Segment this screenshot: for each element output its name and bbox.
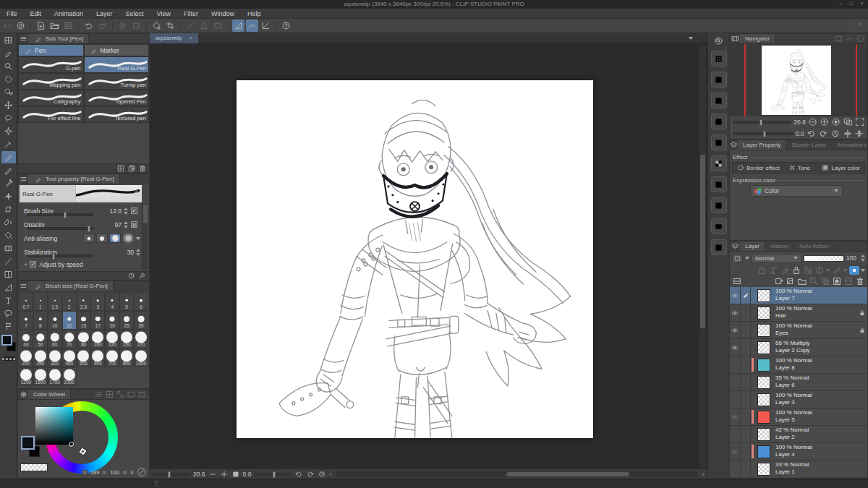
stabilization-slider[interactable] [27, 254, 93, 257]
brush-size-cell[interactable]: 500 [77, 348, 91, 367]
menu-item[interactable]: Edit [24, 10, 48, 17]
tab-list-caret[interactable] [689, 37, 693, 40]
redo-icon[interactable] [96, 20, 109, 32]
layer-visibility-eye-icon[interactable] [731, 344, 739, 351]
enable-mask-icon[interactable] [814, 266, 825, 275]
layer-row[interactable]: 35 % Normal Layer 6 [730, 374, 867, 391]
brush-size-cell[interactable]: 60 [48, 330, 62, 348]
eraser-tool-icon[interactable] [1, 203, 16, 215]
collapse-left-icon[interactable]: ‹ [329, 471, 331, 478]
brush-size-cell[interactable]: 5 [119, 292, 134, 311]
canvas-horizontal-scrollbar[interactable] [336, 471, 698, 477]
brush-size-cell[interactable]: 120 [105, 330, 119, 348]
sv-cursor[interactable] [69, 442, 74, 447]
transparent-color-swatch[interactable] [20, 463, 48, 471]
brush-size-cell[interactable]: 17 [90, 311, 105, 330]
delete-layer-icon[interactable] [855, 277, 865, 286]
brush-size-cell[interactable]: 800 [119, 348, 134, 367]
wrench-icon[interactable] [138, 273, 146, 280]
change-panel-icon[interactable] [732, 277, 742, 286]
panel-menu-icon[interactable] [18, 35, 28, 43]
stabilization-stepper[interactable] [136, 249, 140, 256]
panel-menu-icon[interactable] [18, 175, 28, 184]
history-tab[interactable]: History [765, 241, 794, 251]
rotate-ccw-icon[interactable] [294, 470, 303, 479]
grid-tool-icon[interactable] [1, 34, 16, 46]
intermediate-color-tab-icon[interactable] [116, 390, 125, 398]
layer-color-button[interactable]: Layer color [817, 164, 864, 171]
nav-zoom-out-icon[interactable] [808, 118, 817, 127]
workspace-collapse-glyphs[interactable]: « ‹ [4, 22, 12, 30]
menu-item[interactable]: Help [241, 10, 268, 17]
color-history-tab-icon[interactable] [137, 390, 147, 398]
layer-visibility-eye-icon[interactable] [731, 309, 739, 317]
layer-color-indicator-icon[interactable] [849, 266, 859, 275]
color-swatch-pair[interactable] [1, 335, 16, 354]
material-checker-icon[interactable] [711, 155, 727, 171]
layer-opacity-slider[interactable] [804, 255, 843, 262]
reference-layer-icon[interactable] [768, 266, 778, 275]
snap-special-ruler-icon[interactable] [246, 20, 258, 32]
aa-medium-button[interactable] [109, 234, 121, 243]
move-tool-icon[interactable] [1, 99, 16, 111]
saturation-value-square[interactable] [35, 407, 73, 445]
nav-fit-window-icon[interactable] [855, 118, 864, 127]
layer-visibility-eye-icon[interactable] [731, 327, 739, 334]
brush-size-cell[interactable]: 30 [134, 311, 148, 330]
tool-property-tab[interactable]: Tool property [Real G-Pen] [28, 174, 120, 184]
delete-subtool-icon[interactable] [138, 165, 147, 173]
animation-cels-tab[interactable]: Animation cels [832, 140, 867, 150]
layer-row[interactable]: 42 % Normal Layer 2 [730, 426, 867, 443]
zoom-out-icon[interactable] [208, 470, 217, 479]
minimize-button[interactable]: – [839, 0, 842, 7]
brush-size-cell[interactable]: 2000 [62, 367, 77, 386]
nav-flip-vertical-icon[interactable] [854, 129, 864, 139]
material-download-icon[interactable] [711, 134, 727, 150]
material-import-icon[interactable] [711, 176, 727, 192]
material-close-icon[interactable] [711, 93, 727, 108]
zoom-fit-icon[interactable] [231, 470, 240, 479]
navigator-tab[interactable]: Navigator [740, 34, 775, 43]
maximize-button[interactable]: □ [849, 0, 853, 7]
pencil-tool-icon[interactable] [1, 164, 16, 176]
layer-row[interactable]: 100 % Normal Layer 7 [730, 287, 867, 304]
layer-opacity-value[interactable]: 100 [846, 254, 856, 262]
brush-size-cell[interactable]: 12 [62, 311, 77, 330]
opacity-value[interactable]: 97 [115, 221, 122, 228]
aa-weak-button[interactable] [96, 234, 108, 243]
brush-size-cell[interactable]: 200 [19, 348, 33, 367]
reset-settings-icon[interactable] [127, 273, 135, 280]
new-folder-icon[interactable] [797, 277, 807, 286]
rectangle-icon[interactable] [212, 20, 224, 32]
menu-item[interactable]: Animation [48, 10, 90, 17]
brush-size-source-button[interactable]: ✓ [131, 207, 137, 214]
brush-size-cell[interactable]: 2 [62, 292, 77, 311]
pen-tool-icon[interactable] [1, 151, 16, 163]
navigator-preview[interactable] [730, 44, 867, 116]
layer-visibility-eye-icon[interactable] [731, 414, 739, 421]
text-tool-icon[interactable] [1, 294, 16, 307]
balloon-tool-icon[interactable] [1, 307, 16, 320]
selection-tool-icon[interactable] [1, 73, 16, 85]
layer-thumbnail[interactable] [757, 324, 770, 337]
reset-rotation-icon[interactable] [318, 470, 326, 479]
brush-size-cell[interactable]: 1200 [19, 367, 33, 386]
import-subtool-icon[interactable] [116, 165, 125, 173]
navigator-rotate-value[interactable]: 0.0 [796, 130, 804, 137]
layer-thumbnail[interactable] [757, 289, 770, 302]
help-icon[interactable] [280, 20, 292, 32]
brush-size-cell[interactable]: 1500 [33, 367, 48, 386]
brush-size-cell[interactable]: 1700 [48, 367, 62, 386]
brush-size-cell[interactable]: 250 [33, 348, 48, 367]
brush-size-cell[interactable]: 50 [33, 330, 48, 348]
brush-size-cell[interactable]: 300 [48, 348, 62, 367]
nav-zoom-in-icon[interactable] [820, 118, 829, 127]
item-bank-tab-icon[interactable] [845, 35, 854, 43]
open-file-icon[interactable] [48, 20, 61, 32]
approx-color-tab-icon[interactable] [127, 390, 136, 398]
new-document-icon[interactable] [35, 20, 47, 32]
brush-size-cell[interactable]: 6 [134, 292, 148, 311]
merge-down-icon[interactable] [820, 277, 830, 286]
menu-item[interactable]: File [0, 10, 24, 17]
nav-reset-rotate-icon[interactable] [830, 129, 841, 139]
